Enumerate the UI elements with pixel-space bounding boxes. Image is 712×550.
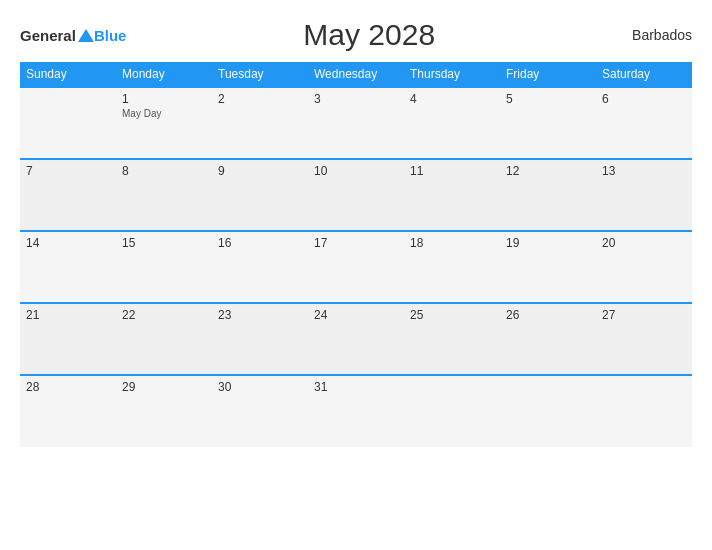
- day-number: 15: [122, 236, 206, 250]
- header: General Blue May 2028 Barbados: [20, 18, 692, 52]
- calendar-day-cell: 2: [212, 87, 308, 159]
- weekday-header-cell: Monday: [116, 62, 212, 87]
- calendar-day-cell: 7: [20, 159, 116, 231]
- calendar-day-cell: 24: [308, 303, 404, 375]
- calendar-day-cell: 5: [500, 87, 596, 159]
- day-number: 4: [410, 92, 494, 106]
- calendar-day-cell: 22: [116, 303, 212, 375]
- calendar-day-cell: 31: [308, 375, 404, 447]
- logo-general-text: General: [20, 28, 76, 43]
- weekday-header-cell: Sunday: [20, 62, 116, 87]
- day-number: 14: [26, 236, 110, 250]
- calendar-day-cell: 18: [404, 231, 500, 303]
- day-number: 29: [122, 380, 206, 394]
- calendar-day-cell: 20: [596, 231, 692, 303]
- day-number: 6: [602, 92, 686, 106]
- calendar-day-cell: 23: [212, 303, 308, 375]
- calendar-day-cell: 19: [500, 231, 596, 303]
- day-number: 25: [410, 308, 494, 322]
- day-number: 8: [122, 164, 206, 178]
- calendar-day-cell: 6: [596, 87, 692, 159]
- weekday-header-cell: Friday: [500, 62, 596, 87]
- calendar-day-cell: 4: [404, 87, 500, 159]
- calendar-day-cell: 29: [116, 375, 212, 447]
- calendar-table: SundayMondayTuesdayWednesdayThursdayFrid…: [20, 62, 692, 447]
- calendar-title: May 2028: [126, 18, 612, 52]
- calendar-day-cell: [404, 375, 500, 447]
- day-number: 2: [218, 92, 302, 106]
- calendar-week-row: 14151617181920: [20, 231, 692, 303]
- day-number: 20: [602, 236, 686, 250]
- calendar-day-cell: 21: [20, 303, 116, 375]
- day-number: 19: [506, 236, 590, 250]
- weekday-header-cell: Tuesday: [212, 62, 308, 87]
- calendar-day-cell: [596, 375, 692, 447]
- weekday-header-row: SundayMondayTuesdayWednesdayThursdayFrid…: [20, 62, 692, 87]
- day-number: 9: [218, 164, 302, 178]
- day-number: 5: [506, 92, 590, 106]
- country-label: Barbados: [612, 27, 692, 43]
- day-number: 7: [26, 164, 110, 178]
- calendar-week-row: 1May Day23456: [20, 87, 692, 159]
- calendar-day-cell: 27: [596, 303, 692, 375]
- day-number: 30: [218, 380, 302, 394]
- day-number: 13: [602, 164, 686, 178]
- calendar-day-cell: 1May Day: [116, 87, 212, 159]
- calendar-day-cell: 11: [404, 159, 500, 231]
- calendar-day-cell: 12: [500, 159, 596, 231]
- day-number: 23: [218, 308, 302, 322]
- calendar-day-cell: 15: [116, 231, 212, 303]
- holiday-label: May Day: [122, 108, 206, 119]
- calendar-day-cell: 30: [212, 375, 308, 447]
- day-number: 11: [410, 164, 494, 178]
- day-number: 10: [314, 164, 398, 178]
- calendar-day-cell: 26: [500, 303, 596, 375]
- calendar-day-cell: 25: [404, 303, 500, 375]
- calendar-week-row: 78910111213: [20, 159, 692, 231]
- day-number: 24: [314, 308, 398, 322]
- calendar-day-cell: 13: [596, 159, 692, 231]
- calendar-day-cell: 10: [308, 159, 404, 231]
- day-number: 28: [26, 380, 110, 394]
- day-number: 18: [410, 236, 494, 250]
- day-number: 21: [26, 308, 110, 322]
- weekday-header-cell: Saturday: [596, 62, 692, 87]
- calendar-day-cell: 14: [20, 231, 116, 303]
- day-number: 3: [314, 92, 398, 106]
- logo-blue-text: Blue: [94, 28, 127, 43]
- day-number: 16: [218, 236, 302, 250]
- day-number: 26: [506, 308, 590, 322]
- day-number: 22: [122, 308, 206, 322]
- calendar-day-cell: 9: [212, 159, 308, 231]
- calendar-day-cell: 3: [308, 87, 404, 159]
- weekday-header-cell: Wednesday: [308, 62, 404, 87]
- logo-triangle-icon: [78, 29, 94, 42]
- calendar-day-cell: [20, 87, 116, 159]
- calendar-day-cell: 8: [116, 159, 212, 231]
- logo: General Blue: [20, 27, 126, 43]
- day-number: 1: [122, 92, 206, 106]
- calendar-day-cell: 17: [308, 231, 404, 303]
- day-number: 31: [314, 380, 398, 394]
- day-number: 12: [506, 164, 590, 178]
- calendar-week-row: 28293031: [20, 375, 692, 447]
- day-number: 17: [314, 236, 398, 250]
- page: General Blue May 2028 Barbados SundayMon…: [0, 0, 712, 550]
- weekday-header-cell: Thursday: [404, 62, 500, 87]
- calendar-week-row: 21222324252627: [20, 303, 692, 375]
- calendar-day-cell: [500, 375, 596, 447]
- day-number: 27: [602, 308, 686, 322]
- calendar-day-cell: 16: [212, 231, 308, 303]
- calendar-day-cell: 28: [20, 375, 116, 447]
